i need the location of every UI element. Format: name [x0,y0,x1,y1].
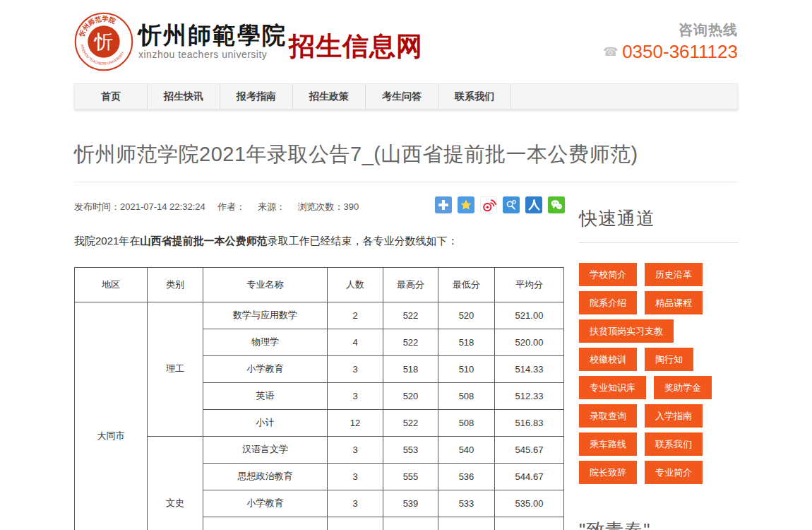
page-title: 忻州师范学院2021年录取公告7_(山西省提前批一本公费师范) [74,141,738,169]
intro-paragraph: 我院2021年在山西省提前批一本公费师范录取工作已经结束，各专业分数线如下： [74,233,565,249]
data-cell: 4 [328,329,383,355]
wechat-icon[interactable] [548,196,565,213]
publish-time-value: 2021-07-14 22:32:24 [120,201,205,212]
category-cell: 理工 [148,302,203,436]
data-cell: 小学教育 [203,355,328,382]
data-cell [203,517,328,530]
data-cell: 508 [438,382,495,409]
data-cell: 英语 [203,382,328,409]
data-cell: 521.00 [495,302,564,329]
university-name-zh: 忻州師範學院 [138,23,287,48]
column-header: 地区 [75,267,148,302]
data-cell [328,517,383,530]
brand: 忻州师范学院 XINZHOU TEACHERS UNIVERSITY 忻 忻州師… [74,12,423,71]
column-header: 类别 [148,267,203,302]
data-cell: 518 [438,329,495,355]
quick-link-taoxingzhi[interactable]: 陶行知 [645,348,693,371]
site-header: 忻州师范学院 XINZHOU TEACHERS UNIVERSITY 忻 忻州師… [74,0,738,79]
bdshare-plus-icon[interactable] [435,196,452,213]
quick-link-contact-us[interactable]: 联系我们 [645,432,703,456]
data-cell: 3 [328,355,383,382]
phone-icon: ☎ [603,45,618,59]
data-cell: 520 [383,382,438,409]
data-cell: 3 [328,463,383,490]
data-cell: 553 [383,436,438,463]
baidu-collect-icon[interactable] [503,196,520,213]
intro-prefix: 我院2021年在 [74,235,140,247]
publish-time-label: 发布时间： [74,201,120,212]
data-cell: 数学与应用数学 [203,302,328,329]
category-cell: 文史 [148,436,203,530]
article-meta: 发布时间：2021-07-14 22:32:24 作者： 来源： 浏览次数：39… [74,196,359,213]
data-cell: 512.33 [495,382,564,409]
table-header-row: 地区类别专业名称人数最高分最低分平均分 [75,267,564,302]
university-name-en: xinzhou teachers university [138,49,287,60]
quick-link-courses[interactable]: 精品课程 [645,291,703,314]
brand-names: 忻州師範學院 xinzhou teachers university [138,23,287,60]
source-label: 来源： [258,201,285,212]
author-label: 作者： [217,201,245,212]
sidebar: 快速通道 学校简介历史沿革院系介绍精品课程扶贫顶岗实习支教校徽校训陶行知专业知识… [579,182,738,530]
quick-link-major-intro[interactable]: 专业简介 [645,461,703,484]
quick-link-enroll-guide[interactable]: 入学指南 [645,404,703,428]
nav-item-contact[interactable]: 联系我们 [438,84,511,109]
quick-link-internship[interactable]: 扶贫顶岗实习支教 [579,319,674,343]
quick-link-major-knowledge[interactable]: 专业知识库 [579,376,646,399]
share-bar [429,196,565,213]
quick-link-school-intro[interactable]: 学校简介 [579,263,637,286]
table-row: 文史汉语言文学3553540545.67 [75,436,564,463]
data-cell: 518 [383,355,438,382]
data-cell: 520 [438,302,495,329]
column-header: 专业名称 [203,267,328,302]
quick-link-scholarship[interactable]: 奖助学金 [654,376,712,399]
nav-item-policy[interactable]: 招生政策 [293,84,366,109]
data-cell: 508 [438,409,495,436]
data-cell: 522 [383,302,438,329]
renren-icon[interactable] [525,196,542,213]
quick-link-motto[interactable]: 校徽校训 [579,348,637,371]
quick-links: 学校简介历史沿革院系介绍精品课程扶贫顶岗实习支教校徽校训陶行知专业知识库奖助学金… [579,263,738,484]
column-header: 平均分 [495,267,564,302]
quick-link-bus-route[interactable]: 乘车路线 [579,432,637,456]
data-cell: 思想政治教育 [203,463,328,490]
nav-item-guide[interactable]: 报考指南 [220,84,293,109]
data-cell: 540 [438,436,495,463]
views-value: 390 [344,201,359,212]
nav-item-home[interactable]: 首页 [75,84,148,109]
column-header: 最低分 [438,267,495,302]
hotline-number: 0350-3611123 [622,41,738,63]
qzone-icon[interactable] [458,196,474,213]
sina-weibo-icon[interactable] [480,196,497,213]
data-cell: 3 [328,490,383,517]
hotline-label: 咨询热线 [603,20,738,40]
data-cell: 544.67 [495,463,564,490]
table-body: 大同市理工数学与应用数学2522520521.00物理学4522518520.0… [75,302,564,530]
quick-link-admission-query[interactable]: 录取查询 [579,404,637,428]
data-cell: 555 [383,463,438,490]
article-column: 发布时间：2021-07-14 22:32:24 作者： 来源： 浏览次数：39… [74,182,565,530]
nav-item-qa[interactable]: 考生问答 [366,84,438,109]
quick-link-history[interactable]: 历史沿革 [645,263,703,286]
data-cell: 514.33 [495,355,564,382]
column-header: 人数 [328,267,383,302]
data-cell: 533 [438,490,495,517]
data-cell: 汉语言文学 [203,436,328,463]
data-cell: 物理学 [203,329,328,355]
column-header: 最高分 [383,267,438,302]
quick-link-departments[interactable]: 院系介绍 [579,291,637,314]
youth-section-title: "致青春" [579,518,738,530]
data-cell: 522 [383,409,438,436]
quick-channel-title: 快速通道 [579,206,738,243]
views-label: 浏览次数： [298,201,344,212]
nav-item-news[interactable]: 招生快讯 [148,84,220,109]
region-cell: 大同市 [75,302,148,530]
data-cell: 小计 [203,409,328,436]
main-nav: 首页招生快讯报考指南招生政策考生问答联系我们 [74,83,738,110]
data-cell [383,517,438,530]
data-cell: 545.67 [495,436,564,463]
quick-link-president[interactable]: 院长致辞 [579,461,637,484]
data-cell: 520.00 [495,329,564,355]
data-cell: 3 [328,382,383,409]
university-seal-logo: 忻州师范学院 XINZHOU TEACHERS UNIVERSITY 忻 [74,12,133,71]
data-cell: 2 [328,302,383,329]
